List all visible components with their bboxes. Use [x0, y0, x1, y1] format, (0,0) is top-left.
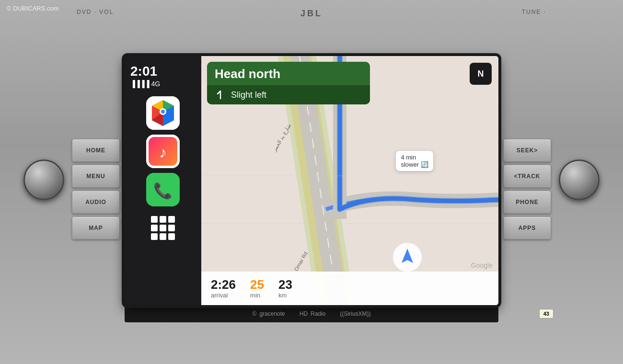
- phone-app-icon[interactable]: 📞: [146, 173, 180, 206]
- audio-button[interactable]: AUDIO: [72, 191, 120, 214]
- gracenote-logo: © gracenote: [253, 310, 285, 317]
- grid-dot-1: [151, 216, 158, 223]
- time-display: 2:01: [130, 64, 196, 79]
- sub-direction: Slight left: [207, 85, 370, 104]
- seek-button[interactable]: SEEK>: [503, 139, 551, 162]
- right-buttons: SEEK> <TRACK PHONE APPS: [503, 139, 551, 239]
- turn-arrow-icon: [215, 89, 226, 101]
- menu-button[interactable]: MENU: [72, 165, 120, 188]
- svg-text:♪: ♪: [159, 144, 167, 161]
- music-app-icon[interactable]: ♪: [146, 135, 180, 168]
- grid-dot-2: [160, 216, 166, 223]
- app-grid-icon[interactable]: [146, 211, 180, 245]
- right-button-panel: SEEK> <TRACK PHONE APPS: [503, 139, 551, 239]
- status-bar: 2:01 ▐▐▐▐ 4G: [130, 64, 196, 88]
- jbl-label: JBL: [300, 9, 323, 19]
- duration-value: 25: [250, 278, 264, 291]
- track-button[interactable]: <TRACK: [503, 165, 551, 188]
- screen-content: 2:01 ▐▐▐▐ 4G: [125, 56, 498, 305]
- dvd-vol-label: DVD · VOL: [77, 9, 114, 15]
- unit-bottom-bar: © gracenote HD Radio ((SiriusXM)): [125, 305, 498, 322]
- main-unit-row: HOME MENU AUDIO MAP 2:01 ▐▐▐▐ 4G: [0, 56, 623, 322]
- duration-stat: 25 min: [250, 278, 264, 299]
- grid-dot-6: [168, 225, 175, 231]
- arrival-value: 2:26: [211, 278, 236, 291]
- navigation-banner: Head north Slight left: [207, 62, 370, 104]
- right-knob[interactable]: [559, 159, 600, 200]
- siriusxm-logo: ((SiriusXM)): [340, 310, 370, 317]
- distance-label: km: [278, 292, 287, 299]
- svg-text:📞: 📞: [153, 182, 173, 200]
- left-buttons: HOME MENU AUDIO MAP: [72, 139, 120, 239]
- apps-button[interactable]: APPS: [503, 216, 551, 239]
- sub-direction-text: Slight left: [231, 90, 266, 100]
- hd-radio-logo: HD Radio: [300, 310, 326, 317]
- grid-dot-3: [168, 216, 175, 223]
- tooltip-time: 4 min: [401, 154, 416, 161]
- home-button[interactable]: HOME: [72, 139, 120, 162]
- grid-dot-9: [168, 233, 175, 240]
- distance-value: 23: [278, 278, 292, 291]
- main-direction: Head north: [207, 62, 370, 85]
- car-unit: © DUBICARS.com DVD · VOL JBL TUNE · HOME…: [0, 0, 623, 364]
- gracenote-icon: ©: [253, 310, 257, 317]
- signal-display: ▐▐▐▐ 4G: [130, 80, 196, 88]
- watermark: © DUBICARS.com: [7, 5, 59, 12]
- nav-bottom-bar: 2:26 arrival 25 min 23 km: [201, 272, 498, 305]
- radio-text: Radio: [311, 310, 325, 317]
- distance-stat: 23 km: [278, 278, 292, 299]
- grid-dot-8: [160, 233, 166, 240]
- arrival-label: arrival: [211, 292, 228, 299]
- screen-wrapper: 2:01 ▐▐▐▐ 4G: [125, 56, 498, 322]
- screen-sidebar: 2:01 ▐▐▐▐ 4G: [125, 56, 201, 305]
- svg-point-8: [161, 110, 165, 114]
- left-knob[interactable]: [23, 159, 64, 200]
- duration-label: min: [250, 292, 260, 299]
- google-logo: Google: [471, 262, 493, 269]
- grid-dot-7: [151, 233, 158, 240]
- grid-dot-4: [151, 225, 158, 231]
- infotainment-screen: 2:01 ▐▐▐▐ 4G: [125, 56, 498, 305]
- tune-label: TUNE ·: [522, 9, 546, 15]
- map-area[interactable]: شارع يد الحمر Omar Rd: [201, 56, 498, 305]
- grid-dot-5: [160, 225, 166, 231]
- compass-widget[interactable]: N: [470, 63, 492, 85]
- route-tooltip: 4 min slower 🔄: [396, 151, 433, 171]
- tooltip-sub: slower 🔄: [401, 161, 428, 168]
- hd-icon: HD: [300, 310, 308, 317]
- map-button[interactable]: MAP: [72, 216, 120, 239]
- arrival-stat: 2:26 arrival: [211, 278, 236, 299]
- left-button-panel: HOME MENU AUDIO MAP: [72, 139, 120, 239]
- maps-app-icon[interactable]: [146, 96, 180, 130]
- siriusxm-text: ((SiriusXM)): [340, 310, 370, 317]
- unit-sticker: 43: [539, 309, 554, 318]
- gracenote-text: gracenote: [259, 310, 285, 317]
- phone-button[interactable]: PHONE: [503, 191, 551, 214]
